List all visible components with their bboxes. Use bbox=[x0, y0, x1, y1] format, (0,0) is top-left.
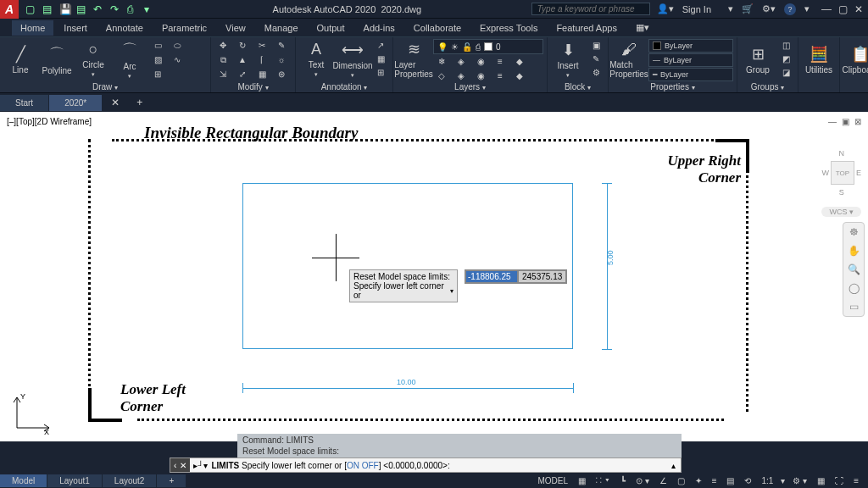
minimize-button[interactable]: — bbox=[821, 3, 832, 15]
panel-draw-label[interactable]: Draw ▾ bbox=[3, 81, 207, 92]
maximize-button[interactable]: ▢ bbox=[838, 3, 848, 15]
viewcube-w[interactable]: W bbox=[821, 169, 829, 177]
group-button[interactable]: ⊞Group bbox=[741, 39, 775, 80]
tab-annotate[interactable]: Annotate bbox=[97, 20, 152, 36]
status-polar-icon[interactable]: ⊙ ▾ bbox=[633, 476, 652, 485]
close-button[interactable]: ✕ bbox=[854, 3, 863, 15]
array-icon[interactable]: ▦ bbox=[253, 68, 270, 80]
close-icon[interactable]: ‹ bbox=[174, 461, 176, 470]
rectangle-icon[interactable]: ▭ bbox=[149, 39, 166, 52]
offset-icon[interactable]: ⊜ bbox=[273, 68, 290, 80]
tab-collaborate[interactable]: Collaborate bbox=[405, 20, 470, 36]
signin-label[interactable]: Sign In bbox=[682, 4, 711, 14]
point-icon[interactable]: ⊞ bbox=[149, 68, 166, 80]
layout-tab-add[interactable]: + bbox=[157, 474, 186, 487]
status-gear-icon[interactable]: ⚙ ▾ bbox=[790, 476, 810, 485]
edit-attr-icon[interactable]: ⚙ bbox=[587, 66, 604, 79]
viewcube[interactable]: N W TOP E S WCS ▾ bbox=[821, 149, 861, 217]
signin-icon[interactable]: 👤▾ bbox=[657, 3, 674, 14]
viewcube-n[interactable]: N bbox=[821, 149, 861, 158]
panel-block-label[interactable]: Block ▾ bbox=[551, 81, 604, 92]
command-expand-icon[interactable]: ▴ bbox=[666, 461, 681, 470]
utilities-button[interactable]: 🧮Utilities bbox=[802, 39, 836, 80]
status-snap-icon[interactable]: ⸬ ▾ bbox=[593, 475, 613, 485]
tab-featuredapps[interactable]: Featured Apps bbox=[548, 20, 626, 36]
save-icon[interactable]: 💾 bbox=[59, 3, 71, 15]
app-logo[interactable]: A bbox=[0, 0, 19, 19]
tab-manage[interactable]: Manage bbox=[256, 20, 307, 36]
viewcube-s[interactable]: S bbox=[821, 188, 861, 197]
mirror-icon[interactable]: ▲ bbox=[234, 53, 251, 66]
create-block-icon[interactable]: ▣ bbox=[587, 39, 604, 52]
dynamic-input-x[interactable] bbox=[466, 271, 517, 282]
erase-icon[interactable]: ✎ bbox=[273, 39, 290, 52]
panel-annotation-label[interactable]: Annotation ▾ bbox=[299, 81, 389, 92]
status-grid-icon[interactable]: ▦ bbox=[576, 476, 588, 485]
status-lineweight-icon[interactable]: ≡ bbox=[709, 476, 720, 485]
status-menu-icon[interactable]: ≡ bbox=[851, 476, 861, 485]
panel-modify-label[interactable]: Modify ▾ bbox=[214, 81, 292, 92]
help-icon[interactable]: ? bbox=[784, 3, 796, 15]
layout-tab-2[interactable]: Layout2 bbox=[103, 474, 158, 487]
share-icon[interactable]: 🛒 bbox=[742, 3, 754, 14]
tooltip-down-icon[interactable]: ▾ bbox=[450, 287, 453, 295]
dynamic-input-y[interactable]: 245375.13 bbox=[519, 271, 565, 282]
move-icon[interactable]: ✥ bbox=[214, 39, 231, 52]
copy-icon[interactable]: ⧉ bbox=[214, 53, 231, 66]
nav-pan-icon[interactable]: ✋ bbox=[848, 245, 860, 257]
hatch-icon[interactable]: ▨ bbox=[149, 53, 166, 66]
match-properties-button[interactable]: 🖌Match Properties bbox=[612, 39, 646, 80]
arc-button[interactable]: ⌒Arc▾ bbox=[113, 39, 147, 80]
layer-properties-button[interactable]: ≋Layer Properties bbox=[397, 39, 431, 80]
clipboard-button[interactable]: 📋Clipboard bbox=[843, 39, 868, 80]
ellipse-icon[interactable]: ⬭ bbox=[169, 39, 186, 52]
cmd-option-on[interactable]: ON bbox=[347, 461, 359, 470]
status-model-button[interactable]: MODEL bbox=[536, 476, 571, 485]
tab-add-button[interactable]: + bbox=[128, 97, 151, 108]
scale-icon[interactable]: ⤢ bbox=[234, 68, 251, 80]
line-button[interactable]: ╱Line bbox=[3, 39, 37, 80]
layer-iso-icon[interactable]: ❄ bbox=[433, 55, 450, 68]
print-icon[interactable]: ⎙ bbox=[127, 3, 139, 15]
view-minimize-icon[interactable]: — bbox=[828, 117, 837, 126]
fillet-icon[interactable]: ⌈ bbox=[253, 53, 270, 66]
tab-addins[interactable]: Add-ins bbox=[355, 20, 403, 36]
viewport-label[interactable]: [–][Top][2D Wireframe] bbox=[7, 117, 92, 126]
view-close-icon[interactable]: ⊠ bbox=[854, 117, 861, 126]
panel-layers-label[interactable]: Layers ▾ bbox=[397, 81, 543, 92]
viewcube-wcs[interactable]: WCS ▾ bbox=[821, 207, 861, 217]
tab-parametric[interactable]: Parametric bbox=[153, 20, 215, 36]
cloud-icon[interactable]: ▾ bbox=[728, 3, 733, 14]
command-line[interactable]: ‹✕ ▸┘▾ LIMITS Specify lower left corner … bbox=[170, 458, 682, 473]
open-icon[interactable]: ▤ bbox=[42, 3, 54, 15]
apps-icon[interactable]: ⚙▾ bbox=[762, 3, 776, 14]
nav-orbit-icon[interactable]: ◯ bbox=[849, 282, 860, 294]
edit-block-icon[interactable]: ✎ bbox=[587, 53, 604, 65]
status-isodraft-icon[interactable]: ∠ bbox=[657, 476, 670, 485]
status-ortho-icon[interactable]: ┗ bbox=[618, 476, 628, 485]
tab-expand-icon[interactable]: ▦▾ bbox=[627, 19, 658, 36]
new-icon[interactable]: ▢ bbox=[25, 3, 37, 15]
status-customize-icon[interactable]: ▦ bbox=[815, 476, 827, 485]
status-scale[interactable]: 1:1 bbox=[759, 476, 776, 485]
rotate-icon[interactable]: ↻ bbox=[234, 39, 251, 52]
qat-dropdown-icon[interactable]: ▾ bbox=[144, 3, 156, 15]
nav-showmotion-icon[interactable]: ▭ bbox=[849, 301, 859, 313]
drawing-area[interactable]: [–][Top][2D Wireframe] — ▣ ⊠ Invisible R… bbox=[0, 112, 868, 441]
status-transparency-icon[interactable]: ▤ bbox=[724, 476, 737, 485]
tab-close-button[interactable]: ✕ bbox=[103, 97, 128, 108]
tab-start[interactable]: Start bbox=[0, 95, 49, 111]
lineweight-combo[interactable]: —ByLayer bbox=[648, 53, 733, 67]
color-combo[interactable]: ByLayer bbox=[648, 39, 733, 53]
undo-icon[interactable]: ↶ bbox=[93, 3, 105, 15]
tab-home[interactable]: Home bbox=[12, 20, 53, 36]
explode-icon[interactable]: ☼ bbox=[273, 53, 290, 66]
saveas-icon[interactable]: ▤ bbox=[76, 3, 88, 15]
status-clean-icon[interactable]: ⛶ bbox=[832, 476, 846, 485]
layout-tab-1[interactable]: Layout1 bbox=[47, 474, 103, 487]
viewcube-e[interactable]: E bbox=[856, 169, 861, 177]
panel-properties-label[interactable]: Properties ▾ bbox=[612, 81, 733, 92]
panel-groups-label[interactable]: Groups ▾ bbox=[741, 81, 794, 92]
layer-combo[interactable]: 💡☀🔓⎙0 bbox=[433, 39, 543, 54]
leader-icon[interactable]: ↗ bbox=[372, 39, 389, 52]
